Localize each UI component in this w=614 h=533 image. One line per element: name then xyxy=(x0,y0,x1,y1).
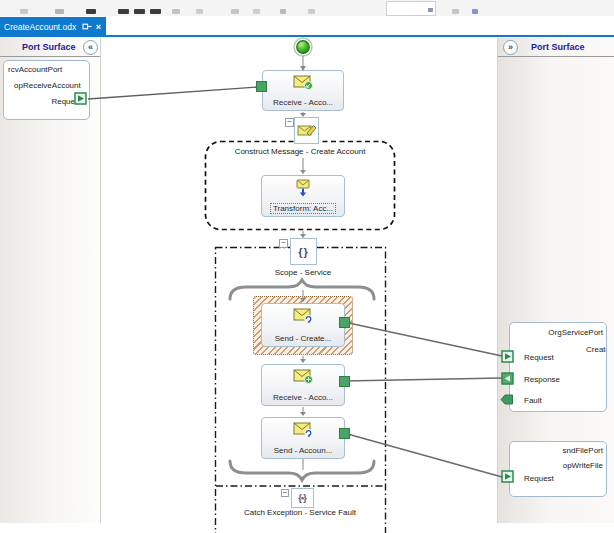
envelope-receive-icon xyxy=(293,368,313,384)
wire-receive-to-response[interactable] xyxy=(344,378,502,381)
request-out-icon[interactable] xyxy=(501,470,514,483)
port-orgserviceport[interactable]: OrgServicePort Create Request Response F… xyxy=(509,322,607,412)
shape-label: Receive - Acco... xyxy=(273,393,333,402)
catch-exception-icon[interactable]: {●} xyxy=(291,488,314,508)
toolbar-icon-fragment xyxy=(253,9,260,14)
collapse-toggle-catch[interactable]: − xyxy=(281,489,289,497)
receive-port-connector[interactable] xyxy=(339,376,350,387)
construct-group-title[interactable]: Construct Message - Create Account xyxy=(208,147,392,156)
envelope-pencil-icon xyxy=(297,122,317,139)
request-out-icon[interactable] xyxy=(501,350,514,363)
toolbar-icon-fragment xyxy=(196,9,203,14)
port-sndfileport[interactable]: sndFilePort opWriteFile Request xyxy=(509,441,607,497)
wire-send-to-request[interactable] xyxy=(344,322,502,356)
shape-receive-account[interactable]: Receive - Acco... xyxy=(262,70,344,111)
toolbar-icon-fragment xyxy=(172,9,180,14)
toolbar-combobox-clipped[interactable] xyxy=(386,1,436,16)
operation-request-label[interactable]: Request xyxy=(524,353,554,362)
scope-braces-glyph: {} xyxy=(298,246,309,258)
tab-strip-accent-line xyxy=(0,35,614,37)
scope-icon[interactable]: {} xyxy=(290,238,317,265)
panel-title-rule xyxy=(0,56,100,57)
combobox-dropdown-mark xyxy=(428,8,433,12)
collapse-toggle-scope[interactable]: − xyxy=(279,239,288,248)
port-rcvAccountPort[interactable]: rcvAccountPort opReceiveAccount Reque xyxy=(3,60,90,120)
right-panel-title: Port Surface xyxy=(531,42,585,52)
port-name: OrgServicePort xyxy=(548,328,603,337)
shape-send-create[interactable]: Send - Create... xyxy=(261,303,345,347)
construct-message-icon[interactable] xyxy=(294,117,319,144)
shape-receive-account-response[interactable]: Receive - Acco... xyxy=(261,364,345,406)
port-operation: opReceiveAccount xyxy=(14,81,81,90)
shape-label: Send - Create... xyxy=(275,334,331,343)
operation-fault-label[interactable]: Fault xyxy=(524,396,542,405)
expand-right-panel-button[interactable]: » xyxy=(503,40,518,55)
catch-exception-title[interactable]: Catch Exception - Service Fault xyxy=(215,508,385,517)
port-operation: Create xyxy=(586,345,607,354)
arrowhead xyxy=(300,170,306,174)
toolbar-icon-fragment xyxy=(20,9,28,14)
shape-transform[interactable]: Transform: Acc... xyxy=(261,175,345,217)
response-in-icon[interactable] xyxy=(501,372,514,385)
document-tab-strip: CreateAccount.odx × xyxy=(0,16,614,38)
pin-icon[interactable] xyxy=(82,21,93,32)
toolbar-icon-fragment xyxy=(231,9,239,14)
operation-response-label[interactable]: Response xyxy=(524,375,560,384)
tab-title: CreateAccount.odx xyxy=(4,22,82,32)
start-node xyxy=(297,41,310,54)
port-operation: opWriteFile xyxy=(563,461,603,470)
shape-label: Send - Accoun... xyxy=(274,446,333,455)
request-out-icon[interactable] xyxy=(74,92,87,105)
collapse-toggle-construct[interactable]: − xyxy=(285,118,294,127)
toolbar-icon-fragment xyxy=(280,9,286,14)
receive-port-connector[interactable] xyxy=(256,81,267,92)
scope-title[interactable]: Scope - Service xyxy=(230,268,376,277)
toolbar-icon-fragment xyxy=(134,9,145,14)
operation-request-label: Reque xyxy=(51,97,75,106)
catch-close-brace: } xyxy=(303,493,307,503)
toolbar-icon-fragment xyxy=(86,9,96,14)
tab-createaccount-odx[interactable]: CreateAccount.odx × xyxy=(0,17,106,36)
send-port-connector[interactable] xyxy=(339,428,350,439)
wire-send-to-filerequest[interactable] xyxy=(344,433,502,477)
toolbar-icon-fragment xyxy=(452,9,459,14)
port-name: rcvAccountPort xyxy=(8,65,62,74)
panel-title-rule xyxy=(498,56,614,57)
transform-icon xyxy=(294,179,312,197)
operation-request-label[interactable]: Request xyxy=(524,474,554,483)
port-name: sndFilePort xyxy=(563,446,603,455)
left-panel-title: Port Surface xyxy=(22,42,76,52)
shape-label: Transform: Acc... xyxy=(271,204,335,213)
toolbar-icon-fragment xyxy=(308,9,315,14)
close-icon[interactable]: × xyxy=(95,22,102,32)
arrowhead xyxy=(300,359,306,363)
scope-close-brace xyxy=(230,461,374,480)
fault-in-icon[interactable] xyxy=(500,393,514,406)
envelope-send-icon xyxy=(293,307,313,324)
wire-rcvport-to-receive[interactable] xyxy=(88,87,257,99)
shape-send-account[interactable]: Send - Accoun... xyxy=(261,417,345,459)
shape-label: Receive - Acco... xyxy=(273,98,333,107)
toolbar-icon-fragment xyxy=(118,9,129,14)
arrowhead xyxy=(300,412,306,416)
envelope-send-icon xyxy=(293,421,313,438)
send-port-connector[interactable] xyxy=(339,317,350,328)
start-node-halo xyxy=(294,38,312,56)
toolbar-icon-fragment xyxy=(150,9,161,14)
toolbar-clipped xyxy=(0,0,614,17)
toolbar-icon-fragment xyxy=(55,9,64,14)
envelope-receive-icon xyxy=(293,74,313,90)
toolbar-icon-fragment xyxy=(472,9,478,14)
collapse-left-panel-button[interactable]: « xyxy=(83,40,98,55)
